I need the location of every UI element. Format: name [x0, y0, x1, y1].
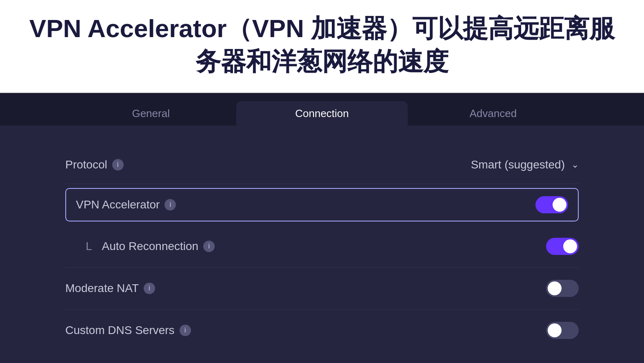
vpn-accelerator-label-text: VPN Accelerator	[76, 198, 160, 211]
sub-item-indicator: L	[86, 240, 92, 253]
main-area: General Connection Advanced Protocol i S…	[0, 93, 644, 363]
tab-general-label: General	[132, 107, 170, 120]
auto-reconnection-row: L Auto Reconnection i	[65, 226, 579, 268]
protocol-label-text: Protocol	[65, 158, 107, 171]
custom-dns-toggle[interactable]	[546, 322, 579, 339]
vpn-accelerator-info-icon[interactable]: i	[164, 199, 176, 210]
moderate-nat-toggle-knob	[548, 281, 562, 295]
auto-reconnection-info-icon[interactable]: i	[203, 241, 215, 252]
vpn-accelerator-label: VPN Accelerator i	[76, 198, 176, 211]
vpn-accelerator-toggle[interactable]	[535, 196, 568, 213]
custom-dns-label-text: Custom DNS Servers	[65, 324, 175, 337]
top-banner: VPN Accelerator（VPN 加速器）可以提高远距离服务器和洋葱网络的…	[0, 0, 644, 93]
vpn-accelerator-toggle-knob	[553, 198, 566, 212]
moderate-nat-info-icon[interactable]: i	[144, 283, 155, 294]
tab-bar: General Connection Advanced	[0, 93, 644, 126]
auto-reconnection-label-text: Auto Reconnection	[102, 240, 199, 253]
custom-dns-row: Custom DNS Servers i	[65, 310, 579, 351]
moderate-nat-row: Moderate NAT i	[65, 268, 579, 310]
auto-reconnection-toggle[interactable]	[546, 238, 579, 255]
auto-reconnection-label: L Auto Reconnection i	[65, 240, 215, 253]
protocol-info-icon[interactable]: i	[112, 159, 124, 170]
banner-title: VPN Accelerator（VPN 加速器）可以提高远距离服务器和洋葱网络的…	[24, 12, 620, 78]
protocol-value-text: Smart (suggested)	[471, 158, 565, 171]
moderate-nat-toggle[interactable]	[546, 280, 579, 297]
protocol-row: Protocol i Smart (suggested) ⌄	[65, 146, 579, 184]
moderate-nat-label-text: Moderate NAT	[65, 282, 139, 295]
protocol-value[interactable]: Smart (suggested) ⌄	[471, 158, 579, 171]
vpn-accelerator-row: VPN Accelerator i	[65, 188, 579, 221]
tab-connection[interactable]: Connection	[236, 101, 407, 126]
custom-dns-label: Custom DNS Servers i	[65, 324, 191, 337]
tab-connection-label: Connection	[295, 107, 349, 120]
tab-advanced[interactable]: Advanced	[408, 101, 579, 126]
protocol-label: Protocol i	[65, 158, 124, 171]
settings-content: Protocol i Smart (suggested) ⌄ VPN Accel…	[0, 126, 644, 363]
tab-advanced-label: Advanced	[469, 107, 517, 120]
moderate-nat-label: Moderate NAT i	[65, 282, 155, 295]
custom-dns-toggle-knob	[548, 323, 562, 337]
protocol-chevron-icon: ⌄	[571, 159, 579, 170]
custom-dns-info-icon[interactable]: i	[180, 325, 191, 336]
auto-reconnection-toggle-knob	[563, 239, 577, 253]
tab-general[interactable]: General	[65, 101, 236, 126]
